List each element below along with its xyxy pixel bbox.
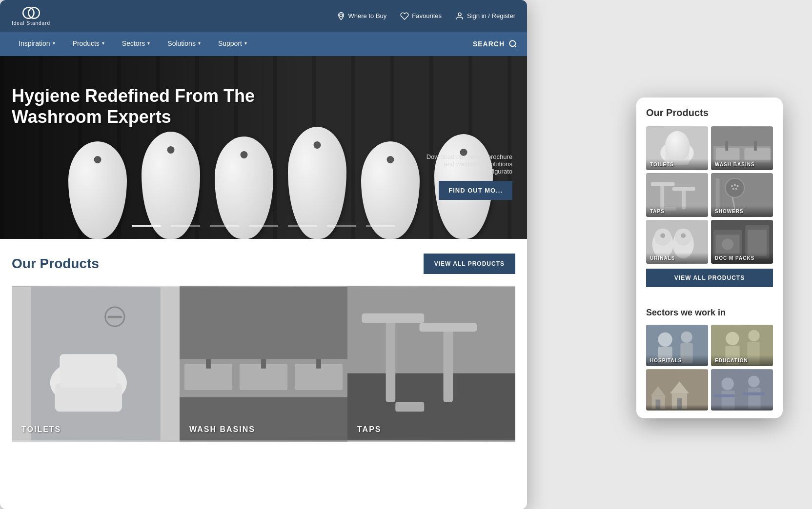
panel-sectors-title: Sectors we work in bbox=[646, 308, 773, 318]
panel-products-title: Our Products bbox=[646, 107, 773, 118]
svg-point-3 bbox=[458, 13, 461, 16]
favourites-button[interactable]: Favourites bbox=[400, 12, 442, 20]
product-grid: TOILETS bbox=[12, 286, 515, 442]
products-title: Our Products bbox=[12, 256, 99, 272]
svg-rect-29 bbox=[419, 323, 477, 332]
svg-point-70 bbox=[658, 333, 672, 347]
view-all-products-button[interactable]: VIEW ALL PRODUCTS bbox=[424, 254, 515, 274]
nav-item-support[interactable]: Support ▾ bbox=[209, 32, 256, 56]
svg-rect-37 bbox=[744, 148, 771, 160]
panel-view-all-button[interactable]: VIEW ALL PRODUCTS bbox=[646, 269, 773, 287]
sector-card-education[interactable]: EDUCATION bbox=[711, 325, 773, 366]
svg-point-48 bbox=[725, 178, 744, 197]
svg-rect-33 bbox=[668, 141, 687, 154]
svg-rect-21 bbox=[180, 287, 347, 359]
panel-sectors-section: Sectors we work in HOSPITALS bbox=[636, 300, 783, 418]
main-window: Ideal Standard Where to Buy Favourites bbox=[0, 0, 527, 509]
urinal-4 bbox=[288, 127, 346, 239]
hero-dot-3[interactable] bbox=[210, 225, 239, 227]
hero-cta-area: Download our new in brochure and washroo… bbox=[415, 153, 512, 200]
nav-item-products[interactable]: Products ▾ bbox=[64, 32, 113, 56]
hero-sub-text: Download our new in brochure and washroo… bbox=[415, 153, 512, 175]
svg-point-4 bbox=[509, 40, 515, 46]
top-bar: Ideal Standard Where to Buy Favourites bbox=[0, 0, 527, 32]
product-label-wash-basins: WASH BASINS bbox=[180, 417, 347, 442]
sector-card-hospitals[interactable]: HOSPITALS bbox=[646, 325, 708, 366]
logo[interactable]: Ideal Standard bbox=[12, 6, 50, 26]
svg-point-53 bbox=[737, 185, 739, 187]
hero-dot-5[interactable] bbox=[288, 225, 317, 227]
floating-panel: Our Products TOILETS bbox=[636, 98, 783, 418]
svg-rect-38 bbox=[725, 141, 728, 151]
sector-grid: HOSPITALS EDUCATION bbox=[646, 325, 773, 411]
svg-rect-28 bbox=[444, 325, 453, 402]
panel-card-wash-basins[interactable]: WASH BASINS bbox=[711, 126, 773, 170]
svg-rect-42 bbox=[651, 182, 675, 186]
hero-dot-6[interactable] bbox=[327, 225, 356, 227]
product-label-taps: TAPS bbox=[347, 417, 515, 442]
where-to-buy-button[interactable]: Where to Buy bbox=[337, 12, 387, 20]
svg-rect-12 bbox=[60, 354, 117, 388]
svg-point-55 bbox=[735, 188, 737, 190]
svg-rect-45 bbox=[672, 187, 695, 191]
panel-card-label-urinals: URINALS bbox=[646, 253, 708, 264]
panel-card-label-doc-m-packs: DOC M PACKS bbox=[711, 253, 773, 264]
sector-card-residential[interactable] bbox=[646, 369, 708, 411]
svg-point-2 bbox=[340, 14, 343, 17]
panel-card-taps[interactable]: TAPS bbox=[646, 173, 708, 217]
search-button[interactable]: SEARCH bbox=[473, 39, 517, 48]
panel-card-label-showers: SHOWERS bbox=[711, 206, 773, 217]
panel-card-label-wash-basins: WASH BASINS bbox=[711, 159, 773, 170]
svg-point-68 bbox=[722, 238, 733, 250]
sector-card-label-hospitals: HOSPITALS bbox=[646, 355, 708, 366]
hero-headline: Hygiene Redefined From The Washroom Expe… bbox=[12, 85, 304, 127]
hero-section: Hygiene Redefined From The Washroom Expe… bbox=[0, 56, 527, 239]
brand-name: Ideal Standard bbox=[12, 20, 50, 26]
panel-card-doc-m-packs[interactable]: DOC M PACKS bbox=[711, 220, 773, 264]
urinal-3 bbox=[215, 137, 273, 239]
svg-rect-26 bbox=[362, 313, 424, 323]
products-header: Our Products VIEW ALL PRODUCTS bbox=[12, 254, 515, 274]
svg-point-90 bbox=[748, 376, 759, 387]
svg-point-62 bbox=[681, 233, 686, 238]
urinal-2 bbox=[142, 132, 200, 239]
svg-rect-89 bbox=[713, 394, 735, 397]
svg-rect-27 bbox=[395, 402, 424, 412]
svg-point-77 bbox=[748, 330, 759, 341]
sector-card-label-residential bbox=[646, 405, 708, 411]
nav-item-sectors[interactable]: Sectors ▾ bbox=[113, 32, 159, 56]
hero-dot-4[interactable] bbox=[249, 225, 278, 227]
product-card-toilets[interactable]: TOILETS bbox=[12, 286, 180, 442]
products-section: Our Products VIEW ALL PRODUCTS bbox=[0, 239, 527, 456]
product-label-toilets: TOILETS bbox=[12, 417, 180, 442]
svg-rect-92 bbox=[742, 392, 765, 395]
hero-cta-button[interactable]: FIND OUT MO... bbox=[439, 181, 512, 200]
panel-products-grid: TOILETS WASH BASINS bbox=[646, 126, 773, 264]
product-card-taps[interactable]: TAPS bbox=[347, 286, 515, 442]
panel-card-showers[interactable]: SHOWERS bbox=[711, 173, 773, 217]
panel-card-toilets[interactable]: TOILETS bbox=[646, 126, 708, 170]
hero-dot-7[interactable] bbox=[366, 225, 395, 227]
chevron-down-icon: ▾ bbox=[102, 40, 104, 46]
sector-card-label-education: EDUCATION bbox=[711, 355, 773, 366]
chevron-down-icon: ▾ bbox=[53, 40, 55, 46]
sector-card-label-office bbox=[711, 405, 773, 411]
chevron-down-icon: ▾ bbox=[244, 40, 247, 46]
sector-card-office[interactable] bbox=[711, 369, 773, 411]
sign-in-button[interactable]: Sign in / Register bbox=[455, 12, 515, 20]
urinal-1 bbox=[68, 141, 127, 239]
nav-item-solutions[interactable]: Solutions ▾ bbox=[159, 32, 209, 56]
hero-dots bbox=[132, 225, 395, 227]
hero-dot-1[interactable] bbox=[132, 225, 161, 227]
nav-item-inspiration[interactable]: Inspiration ▾ bbox=[10, 32, 64, 56]
nav-items: Inspiration ▾ Products ▾ Sectors ▾ Solut… bbox=[10, 32, 256, 56]
svg-point-87 bbox=[721, 378, 733, 390]
product-card-wash-basins[interactable]: WASH BASINS bbox=[180, 286, 347, 442]
chevron-down-icon: ▾ bbox=[147, 40, 150, 46]
hero-dot-2[interactable] bbox=[171, 225, 200, 227]
svg-point-51 bbox=[731, 185, 733, 187]
svg-point-59 bbox=[660, 233, 665, 238]
chevron-down-icon: ▾ bbox=[198, 40, 201, 46]
panel-card-label-taps: TAPS bbox=[646, 206, 708, 217]
panel-card-urinals[interactable]: URINALS bbox=[646, 220, 708, 264]
